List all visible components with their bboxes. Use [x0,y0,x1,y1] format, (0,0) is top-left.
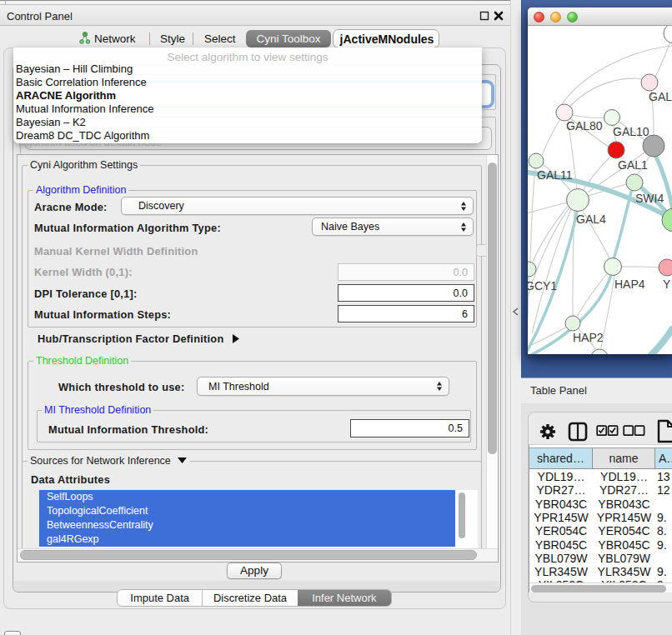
split-view-icon[interactable] [568,422,589,442]
control-panel-titlebar: Control Panel [0,6,510,26]
horizontal-scrollbar-thumb[interactable] [20,550,477,560]
network-canvas[interactable]: GAL2GAL80GAL10GAL1GAL11SWI4GAL4GCY1HAP4Y… [528,26,672,354]
network-node[interactable] [604,110,620,126]
dpi-tolerance-field[interactable]: 0.0 [338,284,474,302]
split-divider[interactable] [510,0,521,635]
popup-item[interactable]: Mutual Information Inference [13,102,480,116]
document-icon[interactable] [656,419,672,444]
table-cell: YBL079W [593,552,655,565]
table-row[interactable]: YLR345WYLR345W9. [529,565,672,579]
table-cell: YLR345W [529,565,593,578]
attribute-list-item[interactable]: gal4RGexp [39,532,455,547]
mi-type-combobox[interactable]: Naive Bayes [312,218,474,236]
table-row[interactable]: YDR27…YDR27…12 [529,483,672,498]
network-node[interactable] [664,26,672,43]
data-attributes-label: Data Attributes [31,473,110,486]
table-row[interactable]: YDL19…YDL19…13 [529,470,672,484]
hub-definition-row[interactable]: Hub/Transcription Factor Definition [38,332,241,345]
hub-definition-label: Hub/Transcription Factor Definition [38,332,223,345]
popup-item[interactable]: Dream8 DC_TDC Algorithm [13,129,480,142]
table-horizontal-scrollbar-thumb[interactable] [531,585,666,592]
tab-separator [193,32,193,45]
bottom-tab-discretize-data[interactable]: Discretize Data [202,590,297,606]
network-node[interactable] [567,189,589,212]
float-icon[interactable] [479,10,490,22]
popup-item-list: Bayesian – Hill ClimbingBasic Correlatio… [13,62,480,142]
table-cell: 12 [657,483,670,497]
corner-button[interactable] [4,631,21,635]
apply-button[interactable]: Apply [227,562,282,579]
which-threshold-combobox[interactable]: MI Threshold [197,377,449,396]
bottom-tab-impute-data[interactable]: Impute Data [118,590,202,606]
table-panel-title: Table Panel [530,384,587,397]
minimize-traffic-light[interactable] [550,12,561,22]
network-node[interactable] [604,258,622,276]
divider-collapse-icon[interactable] [511,307,519,317]
table-cell: YBR043C [593,498,655,511]
unchecked-pair-icon[interactable] [623,424,645,438]
algorithm-popup: Select algorithm to view settings Bayesi… [13,48,482,143]
mi-threshold-field[interactable]: 0.5 [350,419,469,438]
vertical-scrollbar-thumb[interactable] [488,162,497,454]
network-window-titlebar[interactable] [528,8,672,26]
attribute-list-item[interactable]: SelfLoops [39,490,455,504]
close-traffic-light[interactable] [534,12,544,22]
network-node[interactable] [659,259,672,276]
attribute-list-item[interactable]: TopologicalCoefficient [39,504,455,518]
table-row[interactable]: YBR043CYBR043C [529,498,672,512]
table-header-row: shared…nameA… [529,448,672,469]
table-column-header[interactable]: A… [655,448,672,469]
table-column-header[interactable]: name [593,448,655,469]
node-table[interactable]: shared…nameA… YDL19…YDL19…13YDR27…YDR27…… [529,444,672,592]
aracne-mode-label: Aracne Mode: [34,201,108,213]
tab-cyni-toolbox[interactable]: Cyni Toolbox [246,30,331,48]
combo-arrows-icon [436,378,443,395]
network-edge-wide [649,329,672,354]
tab-jactivemnodules[interactable]: jActiveMNodules [333,29,439,48]
manual-kernel-checkbox[interactable] [476,244,486,257]
algorithm-definition-title: Algorithm Definition [33,184,128,196]
popup-item[interactable]: Bayesian – Hill Climbing [13,62,480,76]
bottom-tab-infer-network[interactable]: Infer Network [298,590,391,606]
table-cell: YBL079W [529,552,593,565]
kernel-width-field[interactable]: 0.0 [338,263,474,281]
attributes-list[interactable]: SelfLoopsTopologicalCoefficientBetweenne… [39,490,478,548]
attribute-list-item[interactable]: BetweennessCentrality [39,518,455,532]
top-strip-divider [5,0,6,5]
close-icon[interactable] [493,10,504,22]
network-node[interactable] [591,349,608,354]
aracne-mode-combobox[interactable]: Discovery [121,197,474,215]
gear-icon[interactable] [538,422,558,442]
tab-network[interactable]: Network [94,32,136,48]
table-row[interactable]: YBR045CYBR045C9. [529,538,672,552]
zoom-traffic-light[interactable] [567,12,578,22]
network-edge [569,78,644,107]
checked-pair-icon[interactable] [596,424,619,438]
network-node[interactable] [556,104,573,121]
collapse-arrow-icon[interactable] [177,457,188,464]
table-cell: YPR145W [529,511,593,524]
popup-item[interactable]: Basic Correlation Inference [13,76,480,89]
table-horizontal-scrollbar[interactable] [529,582,672,592]
popup-item[interactable]: Bayesian – K2 [13,116,480,129]
network-node[interactable] [626,174,643,191]
attributes-list-scrollbar-thumb[interactable] [459,492,466,538]
tab-style[interactable]: Style [160,32,185,48]
expand-arrow-icon[interactable] [231,333,241,344]
screen: Control Panel Network Style Select Cyni … [0,0,672,635]
table-row[interactable]: YBL079WYBL079W [529,552,672,566]
tab-select[interactable]: Select [204,32,236,48]
bottom-tab-bar[interactable]: Impute DataDiscretize DataInfer Network [117,589,392,607]
network-node[interactable] [608,142,624,158]
popup-item[interactable]: ARACNE Algorithm [13,89,480,102]
mi-steps-field[interactable]: 6 [338,305,474,322]
table-column-header[interactable]: shared… [529,448,593,469]
network-node[interactable] [529,153,544,168]
table-cell: 9. [657,511,667,524]
network-node[interactable] [565,316,580,331]
network-node-label: GAL2 [649,90,672,103]
table-row[interactable]: YPR145WYPR145W9. [529,511,672,525]
network-node[interactable] [641,74,658,91]
table-row[interactable]: YER054CYER054C8. [529,524,672,538]
table-cell: YLR345W [593,565,655,578]
